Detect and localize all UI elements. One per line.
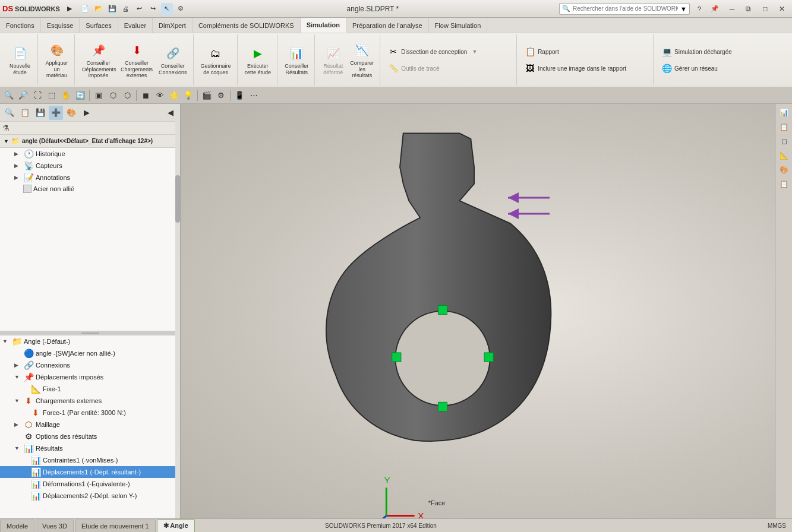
tab-vues3d[interactable]: Vues 3D — [36, 520, 74, 533]
rotate-btn[interactable]: 🔄 — [74, 89, 87, 102]
panel-scrollbar[interactable] — [175, 104, 180, 518]
view-orient2-btn[interactable]: ⬡ — [121, 89, 134, 102]
print-btn[interactable]: 🖨 — [120, 3, 132, 15]
view-settings-btn[interactable]: ⚙ — [214, 89, 228, 102]
redo-btn[interactable]: ↪ — [147, 3, 159, 15]
tree-item-chargements[interactable]: ▼ ⬇ Chargements externes — [0, 395, 180, 407]
tree-item-annotations[interactable]: ▶ 📝 Annotations — [0, 172, 180, 183]
tree-header-expand[interactable]: ▼ — [4, 138, 9, 144]
panel-splitter[interactable] — [0, 331, 180, 335]
search-box[interactable]: 🔍 ▼ — [559, 3, 690, 15]
pt-color-btn[interactable]: 🎨 — [64, 106, 78, 120]
ri-btn-1[interactable]: 📊 — [778, 106, 791, 119]
tree-item-options-res[interactable]: ⚙ Options des résultats — [0, 430, 180, 442]
new-btn[interactable]: 📄 — [79, 3, 91, 15]
tree-item-resultats[interactable]: ▼ 📊 Résultats — [0, 442, 180, 454]
app-arrow-btn[interactable]: ▶ — [64, 3, 75, 15]
view-orient-btn[interactable]: ⬡ — [106, 89, 119, 102]
dissection-dropdown[interactable]: ▼ — [472, 49, 477, 55]
tree-item-deplacements2[interactable]: 📊 Déplacements2 (-Dépl. selon Y-) — [0, 490, 180, 502]
comparer-resultats-btn[interactable]: 📉 Comparerlesrésultats — [348, 40, 376, 80]
pt-filter-btn[interactable]: 🔍 — [2, 106, 17, 120]
tree-item-angle-material[interactable]: 🔵 angle -[SW]Acier non allié-) — [0, 347, 180, 359]
tab-etude-mouvement[interactable]: Etude de mouvement 1 — [75, 520, 156, 533]
tree-item-force1[interactable]: ⬇ Force-1 (Par entité: 3000 N:) — [0, 407, 180, 419]
window-restore-btn[interactable]: ⧉ — [741, 3, 756, 15]
outils-trace-btn[interactable]: 📏 Outils de tracé — [385, 61, 441, 75]
render-btn[interactable]: 🌟 — [168, 89, 181, 102]
group-gestionnaire-btns: 🗂 Gestionnairede coques — [198, 36, 234, 84]
pan-btn[interactable]: ✋ — [59, 89, 72, 102]
section-view-btn[interactable]: ▣ — [92, 89, 105, 102]
window-min-btn[interactable]: ─ — [724, 3, 740, 15]
tab-preparation[interactable]: Préparation de l'analyse — [346, 18, 429, 33]
zoom-in-btn[interactable]: 🔍 — [2, 89, 15, 102]
tree-item-deplacements-imposés[interactable]: ▼ 📌 Déplacements imposés — [0, 371, 180, 383]
window-close-btn[interactable]: ✕ — [774, 3, 790, 15]
tab-modele[interactable]: Modèle — [0, 520, 34, 533]
conseiller-chargements-btn[interactable]: ⬇ ConseillerChargementsexternes — [118, 40, 155, 80]
zoom-fit-btn[interactable]: ⛶ — [31, 89, 44, 102]
search-input[interactable] — [573, 5, 678, 12]
inclure-image-btn[interactable]: 🖼 Inclure une image dans le rapport — [522, 61, 629, 75]
resultat-deforme-btn[interactable]: 📈 Résultatdéformé — [320, 43, 346, 77]
tree-item-historique[interactable]: ▶ 🕐 Historique — [0, 148, 180, 160]
dissection-conception-btn[interactable]: ✂ Dissection de conception — [385, 45, 469, 59]
select-btn[interactable]: ↖ — [161, 3, 173, 15]
pt-save-btn[interactable]: 💾 — [33, 106, 48, 120]
tree-item-contraintes1[interactable]: 📊 Contraintes1 (-vonMises-) — [0, 454, 180, 466]
tab-dimxpert[interactable]: DimXpert — [153, 18, 193, 33]
tree-item-maillage[interactable]: ▶ ⬡ Maillage — [0, 419, 180, 430]
options-btn[interactable]: ⚙ — [175, 3, 187, 15]
appliquer-materiau-btn[interactable]: 🎨 Appliquerunmatériau — [43, 40, 70, 80]
scrollbar-thumb[interactable] — [175, 175, 180, 223]
viewport[interactable]: X Y — [181, 104, 775, 518]
tab-surfaces[interactable]: Surfaces — [80, 18, 118, 33]
tree-item-capteurs[interactable]: ▶ 📡 Capteurs — [0, 160, 180, 172]
undo-btn[interactable]: ↩ — [134, 3, 146, 15]
tab-simulation[interactable]: Simulation — [301, 18, 346, 33]
conseiller-deplacements-btn[interactable]: 📌 ConseillerDéplacementsimposés — [80, 40, 117, 80]
open-btn[interactable]: 📂 — [93, 3, 105, 15]
rapport-btn[interactable]: 📋 Rapport — [522, 45, 561, 59]
apply-scene-btn[interactable]: 📱 — [233, 89, 246, 102]
zoom-prev-btn[interactable]: ⬚ — [45, 89, 58, 102]
zoom-out-btn[interactable]: 🔎 — [17, 89, 30, 102]
ri-btn-4[interactable]: 📐 — [778, 149, 791, 162]
tree-item-fixe1[interactable]: 📐 Fixe-1 — [0, 383, 180, 395]
window-max-btn[interactable]: □ — [758, 3, 773, 15]
view-more-btn[interactable]: ⋯ — [247, 89, 260, 102]
hide-show-btn[interactable]: 👁 — [153, 89, 166, 102]
tree-item-deplacements1[interactable]: 📊 Déplacements1 (-Dépl. résultant-) — [0, 466, 180, 478]
conseiller-connexions-btn[interactable]: 🔗 ConseillerConnexions — [156, 43, 190, 77]
pt-add-btn[interactable]: ➕ — [49, 106, 63, 120]
nouvelle-etude-btn[interactable]: 📄 Nouvelleétude — [7, 43, 33, 77]
gestionnaire-coques-btn[interactable]: 🗂 Gestionnairede coques — [198, 43, 234, 77]
tree-item-deformations1[interactable]: 📊 Déformations1 (-Equivalente-) — [0, 478, 180, 490]
simulation-dechargee-btn[interactable]: 💻 Simulation déchargée — [658, 45, 734, 59]
executer-etude-btn[interactable]: ▶ Exécutercette étude — [242, 43, 274, 77]
ri-btn-3[interactable]: ◻ — [778, 135, 791, 148]
conseiller-resultats-btn[interactable]: 📊 ConseillerRésultats — [282, 43, 311, 77]
ri-btn-5[interactable]: 🎨 — [778, 163, 791, 176]
save-btn[interactable]: 💾 — [106, 3, 118, 15]
ri-btn-6[interactable]: 📋 — [778, 178, 791, 191]
display-style-btn[interactable]: ◼ — [139, 89, 152, 102]
help-btn[interactable]: ? — [693, 3, 705, 15]
tab-esquisse[interactable]: Esquisse — [41, 18, 80, 33]
tab-fonctions[interactable]: Fonctions — [0, 18, 41, 33]
tree-item-acier[interactable]: Acier non allié — [0, 183, 180, 194]
tree-item-angle-root[interactable]: ▼ 📁 Angle (-Défaut-) — [0, 335, 180, 347]
tab-complements[interactable]: Compléments de SOLIDWORKS — [193, 18, 301, 33]
tab-angle[interactable]: ✱ Angle — [157, 520, 195, 533]
gerer-reseau-btn[interactable]: 🌐 Gérer un réseau — [658, 61, 720, 75]
scene-btn[interactable]: 🎬 — [200, 89, 213, 102]
pin-btn[interactable]: 📌 — [709, 3, 721, 15]
tab-evaluer[interactable]: Evaluer — [118, 18, 153, 33]
pt-list-btn[interactable]: 📋 — [18, 106, 32, 120]
ri-btn-2[interactable]: 📋 — [778, 121, 791, 134]
lights-btn[interactable]: 💡 — [182, 89, 195, 102]
pt-more-btn[interactable]: ▶ — [80, 106, 94, 120]
tab-flow[interactable]: Flow Simulation — [429, 18, 488, 33]
tree-item-connexions[interactable]: ▶ 🔗 Connexions — [0, 359, 180, 371]
